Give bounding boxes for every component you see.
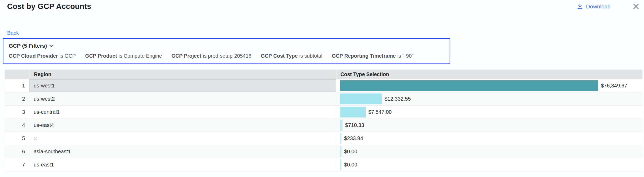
table-row[interactable]: 3 us-central1 $7,547.00	[5, 106, 642, 119]
page-title: Cost by GCP Accounts	[7, 2, 91, 11]
region-cell[interactable]: us-east1	[29, 158, 336, 171]
filter-condition: is subtotal	[299, 53, 323, 59]
row-number-column-header	[5, 70, 29, 79]
row-number: 1	[5, 79, 29, 92]
cost-bar	[340, 133, 341, 144]
cost-amount: $0.00	[344, 149, 357, 155]
region-cell[interactable]: us-central1	[29, 106, 336, 119]
cost-bar	[340, 120, 343, 131]
region-cell[interactable]: us-west1	[29, 79, 336, 92]
filter-condition: is "-90"	[397, 53, 414, 59]
download-button[interactable]: Download	[576, 3, 611, 10]
cost-bar	[340, 80, 598, 91]
filter-name: GCP Cost Type	[261, 53, 298, 59]
close-button[interactable]	[632, 3, 640, 10]
table-row[interactable]: 6 asia-southeast1 $0.00	[5, 145, 642, 158]
table-row[interactable]: 2 us-west2 $12,332.55	[5, 92, 642, 106]
filter-name: GCP Project	[172, 53, 201, 59]
filter-chip[interactable]: GCP Cost Typeis subtotal	[261, 53, 322, 59]
region-column-header: Region	[29, 70, 336, 79]
cost-cell: $0.00	[336, 145, 642, 158]
cost-cell: $0.00	[336, 158, 642, 171]
filter-summary-label: GCP (5 Filters)	[9, 42, 47, 49]
cost-column-header: Cost Type Selection	[336, 70, 642, 79]
row-number: 5	[5, 132, 29, 145]
table-body: 1 us-west1 $76,349.67 2 us-west2 $12,332…	[5, 79, 642, 171]
cost-amount: $7,547.00	[368, 109, 392, 115]
chevron-down-icon	[49, 45, 54, 47]
table-header-row: Region Cost Type Selection	[5, 70, 642, 79]
cost-cell: $233.94	[336, 132, 642, 145]
cost-bar	[340, 94, 382, 104]
filter-name: GCP Cloud Provider	[9, 53, 58, 59]
table-row[interactable]: 5 ∅ $233.94	[5, 132, 642, 145]
cost-cell: $76,349.67	[336, 79, 642, 92]
region-cell[interactable]: us-east4	[29, 119, 336, 132]
filter-condition: is GCP	[59, 53, 76, 59]
filter-name: GCP Reporting Timeframe	[332, 53, 396, 59]
region-cell[interactable]: us-west2	[29, 92, 336, 105]
region-cell[interactable]: ∅	[29, 132, 336, 145]
row-number: 4	[5, 119, 29, 132]
cost-table: Region Cost Type Selection 1 us-west1 $7…	[5, 70, 642, 171]
download-label: Download	[586, 3, 611, 10]
filter-chip[interactable]: GCP Cloud Provideris GCP	[9, 53, 76, 59]
close-icon	[632, 3, 640, 10]
table-row[interactable]: 1 us-west1 $76,349.67	[5, 79, 642, 92]
filter-name: GCP Product	[85, 53, 117, 59]
cost-bar	[340, 159, 341, 170]
region-cell[interactable]: asia-southeast1	[29, 145, 336, 158]
filter-chip[interactable]: GCP Projectis prod-setup-205416	[172, 53, 251, 59]
back-link[interactable]: Back	[7, 30, 19, 36]
filter-list: GCP Cloud Provideris GCP GCP Productis C…	[9, 53, 444, 59]
cost-amount: $0.00	[344, 162, 357, 168]
table-row[interactable]: 4 us-east4 $710.33	[5, 119, 642, 132]
row-number: 7	[5, 158, 29, 171]
cost-cell: $710.33	[336, 119, 642, 132]
filter-condition: is Compute Engine	[119, 53, 162, 59]
row-number: 6	[5, 145, 29, 158]
download-icon	[576, 3, 583, 10]
cost-cell: $7,547.00	[336, 106, 642, 119]
cost-amount: $233.94	[344, 135, 363, 141]
row-number: 2	[5, 92, 29, 105]
cost-amount: $12,332.55	[384, 96, 411, 102]
cost-cell: $12,332.55	[336, 92, 642, 105]
filter-panel: GCP (5 Filters) GCP Cloud Provideris GCP…	[3, 38, 450, 64]
filter-chip[interactable]: GCP Reporting Timeframeis "-90"	[332, 53, 414, 59]
header-actions: Download	[576, 3, 640, 10]
row-number: 3	[5, 106, 29, 119]
cost-bar	[340, 146, 341, 157]
cost-amount: $710.33	[345, 122, 364, 128]
filter-condition: is prod-setup-205416	[203, 53, 251, 59]
cost-bar	[340, 107, 366, 117]
cost-amount: $76,349.67	[601, 83, 627, 89]
table-row[interactable]: 7 us-east1 $0.00	[5, 158, 642, 171]
filter-summary-toggle[interactable]: GCP (5 Filters)	[9, 42, 444, 49]
filter-chip[interactable]: GCP Productis Compute Engine	[85, 53, 162, 59]
